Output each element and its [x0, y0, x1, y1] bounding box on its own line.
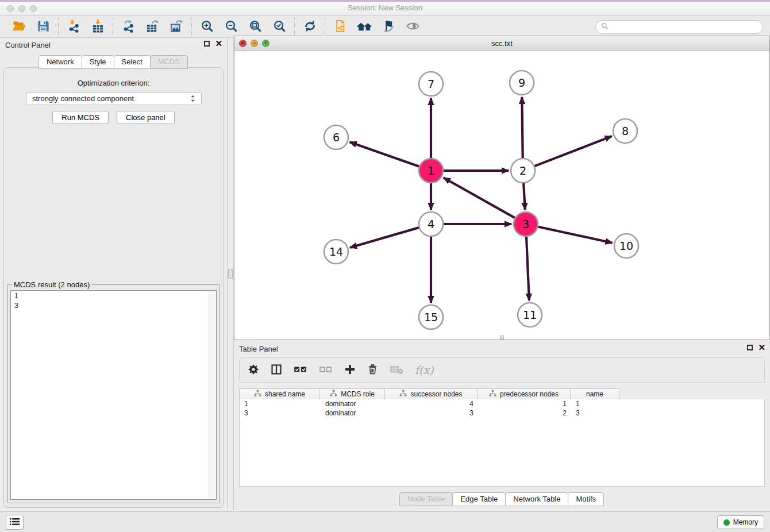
- zoom-in-button[interactable]: [195, 17, 219, 36]
- export-image-button[interactable]: [164, 17, 188, 36]
- table-cell: 1: [478, 399, 571, 408]
- table-close-icon[interactable]: ✕: [758, 344, 765, 351]
- select-all-columns-button[interactable]: [294, 364, 307, 376]
- search-input[interactable]: [612, 22, 757, 31]
- graph-node-10[interactable]: 10: [614, 234, 638, 258]
- result-scrollbar[interactable]: [209, 291, 216, 499]
- run-mcds-button[interactable]: Run MCDS: [52, 111, 109, 124]
- graph-node-7[interactable]: 7: [419, 72, 443, 96]
- graph-node-15[interactable]: 15: [419, 305, 443, 329]
- toolbar-separator: [113, 17, 113, 36]
- column-header-shared-name[interactable]: shared name: [239, 388, 320, 400]
- table-toolbar: f(x): [239, 357, 765, 383]
- settings-gear-button[interactable]: [248, 364, 259, 377]
- graph-node-1[interactable]: 1: [419, 159, 443, 183]
- column-header-name[interactable]: name: [571, 388, 619, 400]
- table-row[interactable]: 3dominator323: [240, 408, 764, 418]
- graph-node-6[interactable]: 6: [324, 125, 348, 149]
- graph-edge-3-1[interactable]: [444, 178, 515, 218]
- splitter-grip[interactable]: [228, 269, 233, 279]
- unselect-all-columns-button[interactable]: [319, 364, 333, 376]
- graph-edge-2-3[interactable]: [523, 183, 525, 210]
- svg-text:15: 15: [424, 311, 438, 323]
- graph-node-4[interactable]: 4: [419, 212, 443, 236]
- graph-node-9[interactable]: 9: [510, 71, 534, 95]
- criterion-dropdown-value: strongly connected component: [32, 94, 134, 103]
- save-session-icon: [37, 20, 50, 34]
- graph-edge-4-14[interactable]: [350, 228, 419, 248]
- svg-text:1: 1: [428, 164, 434, 177]
- vertical-splitter[interactable]: [227, 38, 234, 510]
- new-network-from-selection-button[interactable]: [328, 17, 352, 36]
- table-body: 1dominator4113dominator323: [239, 399, 765, 487]
- column-header-label: successor nodes: [410, 390, 462, 398]
- mcds-result-group: MCDS result (2 nodes) 13: [7, 284, 220, 503]
- select-all-columns-icon: [294, 364, 307, 376]
- column-header-MCDS-role[interactable]: MCDS role: [320, 388, 385, 400]
- graph-edge-2-8[interactable]: [534, 136, 612, 166]
- eye-button[interactable]: [401, 17, 425, 36]
- graph-node-3[interactable]: 3: [514, 212, 538, 236]
- apply-layout-button[interactable]: [298, 17, 322, 36]
- import-network-button[interactable]: [61, 17, 86, 36]
- network-resize-grip[interactable]: [500, 336, 504, 340]
- graph-edge-2-9[interactable]: [522, 97, 522, 159]
- table-float-icon[interactable]: [747, 345, 753, 350]
- network-canvas[interactable]: 7968124314101511: [234, 51, 769, 340]
- tab-mcds[interactable]: MCDS: [150, 55, 188, 69]
- table-cell: dominator: [321, 399, 386, 408]
- graph-node-8[interactable]: 8: [613, 119, 637, 143]
- tab-node-table[interactable]: Node Table: [399, 492, 453, 506]
- zoom-selected-button[interactable]: [267, 17, 291, 36]
- graph-node-11[interactable]: 11: [518, 303, 542, 327]
- graphics-details-button[interactable]: [376, 17, 401, 36]
- graph-edge-3-10[interactable]: [538, 226, 613, 242]
- tab-style[interactable]: Style: [82, 55, 114, 69]
- table-panel-tabs: Node TableEdge TableNetwork TableMotifs: [234, 492, 770, 506]
- save-session-button[interactable]: [31, 17, 55, 36]
- memory-button[interactable]: Memory: [717, 515, 764, 529]
- close-panel-button[interactable]: Close panel: [117, 111, 175, 124]
- export-network-button[interactable]: [116, 17, 140, 36]
- control-panel-header: Control Panel ✕: [0, 38, 227, 53]
- mcds-result-list[interactable]: 13: [10, 290, 217, 500]
- zoom-fit-button[interactable]: [243, 17, 267, 36]
- graph-node-14[interactable]: 14: [324, 240, 348, 264]
- graph-edge-1-6[interactable]: [350, 142, 420, 167]
- import-table-icon: [91, 20, 105, 34]
- criterion-dropdown[interactable]: strongly connected component: [26, 92, 202, 105]
- import-table-button[interactable]: [86, 17, 110, 36]
- toolbar-separator: [325, 17, 325, 36]
- svg-text:14: 14: [329, 245, 343, 258]
- float-panel-icon[interactable]: [204, 41, 210, 47]
- optimization-criterion-label: Optimization criterion:: [4, 79, 223, 87]
- table-row[interactable]: 1dominator411: [240, 399, 764, 408]
- svg-text:11: 11: [523, 309, 537, 321]
- hierarchy-icon: [489, 390, 496, 399]
- column-header-successor-nodes[interactable]: successor nodes: [385, 388, 478, 400]
- svg-text:4: 4: [428, 218, 434, 230]
- add-column-button[interactable]: [344, 364, 356, 377]
- graph-edge-3-11[interactable]: [526, 236, 529, 300]
- export-table-button[interactable]: [140, 17, 164, 36]
- close-panel-icon[interactable]: ✕: [215, 40, 222, 47]
- tab-edge-table[interactable]: Edge Table: [452, 492, 506, 506]
- tab-network[interactable]: Network: [38, 55, 82, 69]
- tab-network-table[interactable]: Network Table: [505, 492, 568, 506]
- status-bar: Memory: [0, 511, 770, 532]
- graph-node-2[interactable]: 2: [511, 159, 535, 183]
- tab-select[interactable]: Select: [114, 55, 151, 69]
- zoom-out-button[interactable]: [219, 17, 243, 36]
- tab-motifs[interactable]: Motifs: [568, 492, 604, 506]
- delete-column-button[interactable]: [367, 364, 378, 377]
- mcds-result-legend: MCDS result (2 nodes): [12, 280, 91, 289]
- svg-text:9: 9: [518, 76, 525, 89]
- column-layout-button[interactable]: [271, 364, 282, 377]
- search-icon: [601, 22, 609, 32]
- zoom-selected-icon: [273, 20, 286, 34]
- home-button[interactable]: [352, 17, 376, 36]
- column-header-label: MCDS role: [341, 390, 375, 398]
- task-history-button[interactable]: [6, 515, 24, 530]
- open-folder-button[interactable]: [7, 17, 31, 36]
- column-header-predecessor-nodes[interactable]: predecessor nodes: [478, 388, 571, 400]
